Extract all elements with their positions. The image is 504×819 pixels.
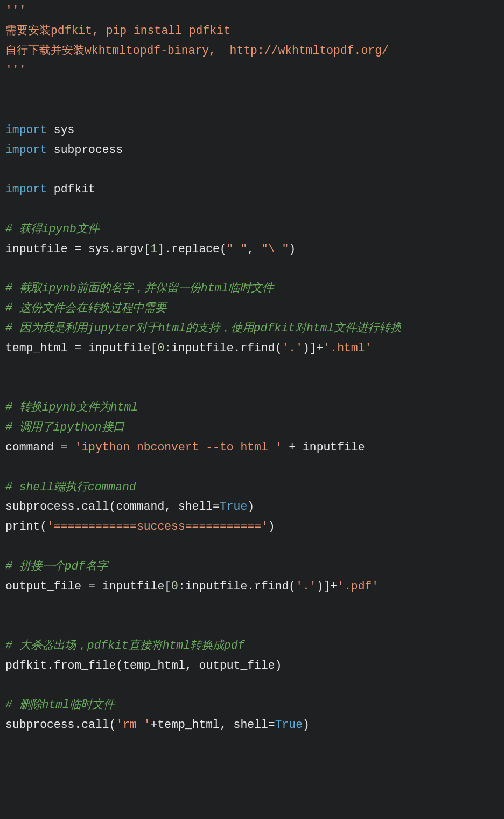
code: subprocess.call(: [5, 718, 116, 731]
code: ,: [247, 242, 261, 255]
comment: # 获得ipynb文件: [5, 223, 99, 235]
num: 0: [157, 342, 164, 355]
str: '.': [282, 342, 303, 355]
code: ): [268, 520, 275, 533]
var: output_file = inputfile[: [5, 580, 171, 593]
code: subprocess.call(command, shell=: [5, 500, 220, 513]
str: '============success===========': [47, 520, 268, 533]
code: :inputfile.rfind(: [164, 342, 282, 355]
line-4: ''': [5, 64, 26, 77]
code-block: ''' 需要安装pdfkit, pip install pdfkit 自行下载并…: [0, 0, 504, 800]
kw-import: import: [5, 183, 47, 196]
var: command =: [5, 441, 74, 454]
module: pdfkit: [47, 183, 95, 196]
code: )]+: [303, 342, 324, 355]
line-1: ''': [5, 4, 26, 17]
str: 'ipython nbconvert --to html ': [74, 441, 282, 454]
code: :inputfile.rfind(: [178, 580, 296, 593]
code: ): [247, 500, 254, 513]
comment: # 这份文件会在转换过程中需要: [5, 302, 166, 315]
comment: # 因为我是利用jupyter对于html的支持，使用pdfkit对html文件…: [5, 322, 402, 335]
comment: # 调用了ipython接口: [5, 421, 124, 434]
kw-import: import: [5, 143, 47, 156]
str: '.': [296, 580, 317, 593]
line-3: 自行下载并安装wkhtmltopdf-binary, http://wkhtml…: [5, 44, 389, 57]
comment: # shell端执行command: [5, 481, 136, 494]
code: ): [303, 718, 310, 731]
str: '.html': [324, 342, 372, 355]
comment: # 转换ipynb文件为html: [5, 401, 138, 414]
str: 'rm ': [116, 718, 150, 731]
code: print(: [5, 520, 47, 533]
line-2: 需要安装pdfkit, pip install pdfkit: [5, 24, 230, 37]
comment: # 截取ipynb前面的名字，并保留一份html临时文件: [5, 282, 274, 295]
module: subprocess: [47, 143, 123, 156]
num: 0: [171, 580, 178, 593]
code: pdfkit.from_file(temp_html, output_file): [5, 659, 282, 672]
str: '.pdf': [337, 580, 379, 593]
code: + inputfile: [282, 441, 365, 454]
code: )]+: [317, 580, 338, 593]
var: temp_html = inputfile[: [5, 342, 157, 355]
bool: True: [275, 718, 303, 731]
comment: # 拼接一个pdf名字: [5, 560, 108, 573]
var: inputfile = sys.argv[: [5, 242, 151, 255]
str: "\ ": [261, 242, 289, 255]
str: " ": [227, 242, 248, 255]
code: ].replace(: [157, 242, 226, 255]
module: sys: [47, 123, 74, 136]
bool: True: [220, 500, 247, 513]
kw-import: import: [5, 123, 47, 136]
code: ): [289, 242, 296, 255]
comment: # 大杀器出场，pdfkit直接将html转换成pdf: [5, 639, 245, 652]
comment: # 删除html临时文件: [5, 698, 115, 711]
num: 1: [151, 242, 158, 255]
code: +temp_html, shell=: [151, 718, 275, 731]
